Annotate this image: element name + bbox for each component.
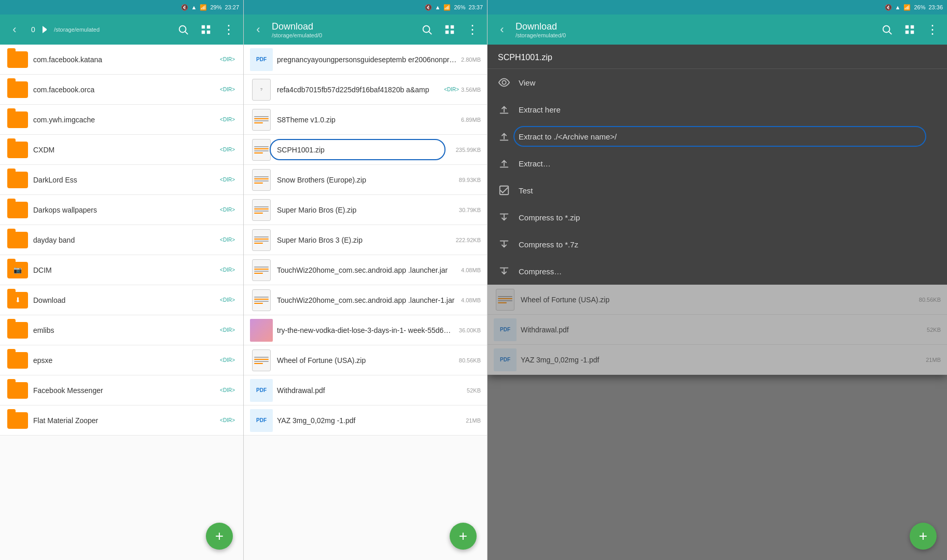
test-label: Test [519, 186, 533, 195]
grid-btn-1[interactable] [197, 20, 215, 39]
list-item[interactable]: Super Mario Bros (E).zip 30.79KB [244, 195, 487, 225]
list-item[interactable]: try-the-new-vodka-diet-lose-3-days-in-1-… [244, 315, 487, 345]
file-size: 80.56KB [919, 297, 941, 303]
file-info: TouchWiz20home_com.sec.android.app .laun… [273, 266, 461, 274]
file-info: YAZ 3mg_0,02mg -1.pdf [273, 416, 466, 425]
search-btn-2[interactable] [417, 20, 436, 39]
context-menu-compress-zip[interactable]: Compress to *.zip [488, 204, 947, 231]
search-btn-1[interactable] [174, 20, 192, 39]
battery-text-1: 29% [210, 4, 221, 10]
file-name: Wheel of Fortune (USA).zip [521, 296, 915, 304]
file-size: 222.92KB [456, 237, 481, 243]
svg-rect-27 [500, 214, 509, 215]
file-size: 4.08MB [461, 297, 481, 303]
file-info: YAZ 3mg_0,02mg -1.pdf [517, 356, 926, 364]
list-item-scph1001[interactable]: SCPH1001.zip 235.99KB [244, 135, 487, 165]
context-menu-compress-7z[interactable]: Compress to *.7z [488, 231, 947, 258]
list-item: PDF Withdrawal.pdf 52KB [488, 315, 947, 345]
fab-btn-2[interactable]: + [450, 523, 477, 550]
list-item[interactable]: CXDM <DIR> [0, 135, 243, 165]
list-item[interactable]: TouchWiz20home_com.sec.android.app .laun… [244, 255, 487, 285]
list-item[interactable]: com.facebook.katana <DIR> [0, 45, 243, 75]
list-item[interactable]: com.facebook.orca <DIR> [0, 75, 243, 105]
file-name: dayday band [33, 236, 216, 244]
svg-rect-22 [500, 139, 509, 141]
nav-count-1: 0 [28, 25, 38, 34]
list-item[interactable]: dayday band <DIR> [0, 225, 243, 255]
dir-tag: <DIR> [220, 357, 235, 363]
list-item[interactable]: PDF Withdrawal.pdf 52KB [244, 375, 487, 405]
context-menu-compress[interactable]: Compress… [488, 258, 947, 285]
back-btn-2[interactable]: ‹ [249, 20, 268, 39]
context-menu-extract-to-archive[interactable]: Extract to ./<Archive name>/ [488, 123, 947, 150]
file-size: 4.08MB [461, 267, 481, 273]
more-btn-1[interactable]: ⋮ [219, 20, 238, 39]
list-item[interactable]: emlibs <DIR> [0, 315, 243, 345]
file-name: Withdrawal.pdf [521, 326, 923, 334]
pdf-thumb: PDF [250, 48, 273, 71]
file-info: Super Mario Bros (E).zip [273, 206, 459, 214]
file-size: 235.99KB [456, 147, 481, 153]
list-item[interactable]: ? refa4cdb7015fb57d225d9f16baf41820b a&a… [244, 75, 487, 105]
svg-rect-3 [207, 25, 210, 29]
file-info: Withdrawal.pdf [517, 326, 927, 334]
list-item[interactable]: Darkops wallpapers <DIR> [0, 195, 243, 225]
context-menu-extract[interactable]: Extract… [488, 150, 947, 177]
folder-icon [6, 409, 29, 432]
more-btn-2[interactable]: ⋮ [463, 20, 482, 39]
compress-7z-label: Compress to *.7z [519, 240, 578, 249]
svg-line-13 [889, 32, 892, 34]
file-info: dayday band [29, 236, 220, 244]
context-menu-view[interactable]: View [488, 69, 947, 96]
svg-point-18 [502, 80, 506, 84]
file-name: emlibs [33, 326, 216, 334]
list-item[interactable]: Facebook Messenger <DIR> [0, 375, 243, 405]
file-info: emlibs [29, 326, 220, 334]
dir-tag: <DIR> [220, 297, 235, 303]
list-item[interactable]: ⬇ Download <DIR> [0, 285, 243, 315]
list-item[interactable]: Super Mario Bros 3 (E).zip 222.92KB [244, 225, 487, 255]
grid-btn-3[interactable] [900, 20, 919, 39]
status-wifi-2: ▲ [435, 4, 441, 10]
list-item[interactable]: com.ywh.imgcache <DIR> [0, 105, 243, 135]
test-icon [498, 184, 510, 197]
unknown-file-icon: ? [250, 78, 273, 101]
fab-btn-1[interactable]: + [206, 523, 233, 550]
file-info: Darkops wallpapers [29, 206, 220, 214]
more-btn-3[interactable]: ⋮ [923, 20, 942, 39]
list-item[interactable]: TouchWiz20home_com.sec.android.app .laun… [244, 285, 487, 315]
file-info: Download [29, 296, 220, 304]
svg-rect-15 [911, 25, 914, 29]
toolbar-title-2: Download /storage/emulated/0 [272, 21, 413, 38]
file-info: Withdrawal.pdf [273, 386, 467, 395]
list-item[interactable]: Flat Material Zooper <DIR> [0, 405, 243, 436]
list-item[interactable]: PDF pregnancyayoungpersonsguideseptemb e… [244, 45, 487, 75]
file-info: CXDM [29, 146, 220, 154]
file-name: TouchWiz20home_com.sec.android.app .laun… [277, 266, 457, 274]
file-info: Facebook Messenger [29, 386, 220, 395]
folder-icon [6, 48, 29, 71]
list-item[interactable]: S8Theme v1.0.zip 6.89MB [244, 105, 487, 135]
list-item[interactable]: Snow Brothers (Europe).zip 89.93KB [244, 165, 487, 195]
grid-btn-2[interactable] [440, 20, 459, 39]
toolbar-1: ‹ 0 /storage/emulated ⋮ [0, 15, 243, 45]
back-btn-3[interactable]: ‹ [493, 20, 511, 39]
file-name: com.ywh.imgcache [33, 116, 216, 124]
search-btn-3[interactable] [878, 20, 896, 39]
folder-icon [6, 108, 29, 131]
zip-file-icon [250, 229, 273, 251]
time-text-1: 23:27 [225, 4, 239, 10]
context-menu-extract-here[interactable]: Extract here [488, 96, 947, 123]
file-name: Snow Brothers (Europe).zip [277, 176, 455, 184]
context-menu-test[interactable]: Test [488, 177, 947, 204]
fab-btn-3[interactable]: + [910, 523, 937, 550]
back-btn-1[interactable]: ‹ [5, 20, 24, 39]
svg-rect-4 [202, 31, 205, 34]
list-item[interactable]: DarkLord Ess <DIR> [0, 165, 243, 195]
list-item[interactable]: PDF YAZ 3mg_0,02mg -1.pdf 21MB [244, 405, 487, 436]
list-item[interactable]: 📷 DCIM <DIR> [0, 255, 243, 285]
file-name: com.facebook.katana [33, 55, 216, 64]
panel-1: 🔇 ▲ 📶 29% 23:27 ‹ 0 /storage/emulated ⋮ … [0, 0, 244, 560]
list-item[interactable]: epsxe <DIR> [0, 345, 243, 375]
list-item[interactable]: Wheel of Fortune (USA).zip 80.56KB [244, 345, 487, 375]
